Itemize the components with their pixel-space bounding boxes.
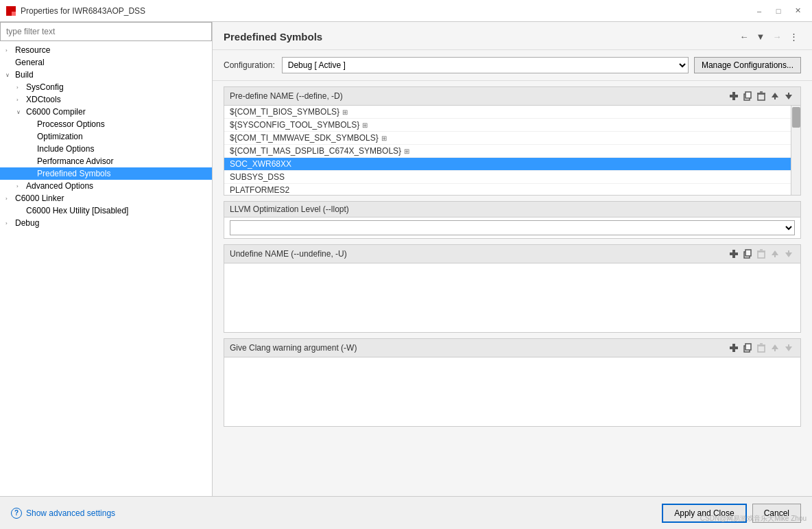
left-panel: › Resource General ∨ Build › SysConfig ›… — [0, 22, 213, 496]
undefine-content — [224, 263, 800, 332]
dropdown-button[interactable]: ▼ — [753, 29, 768, 44]
window-controls: – □ ✕ — [750, 3, 807, 19]
panel-toolbar: ← ▼ → ⋮ — [737, 29, 801, 44]
tree-item-c6000compiler[interactable]: ∨ C6000 Compiler — [0, 106, 212, 118]
tree-item-performanceadvisor[interactable]: Performance Advisor — [0, 155, 212, 167]
predefine-copy-btn[interactable] — [741, 90, 754, 102]
tree-item-advancedoptions[interactable]: › Advanced Options — [0, 180, 212, 192]
clang-section-title: Give Clang warning argument (-W) — [230, 343, 357, 353]
panel-header: Predefined Symbols ← ▼ → ⋮ — [213, 22, 812, 50]
llvm-section: LLVM Optimization Level (--llopt) — [224, 201, 801, 239]
svg-rect-23 — [732, 344, 735, 352]
svg-rect-26 — [758, 346, 765, 352]
main-content: › Resource General ∨ Build › SysConfig ›… — [0, 22, 812, 496]
symbol-item[interactable]: ${COM_TI_MMWAVE_SDK_SYMBOLS}⊞ — [224, 132, 791, 145]
svg-marker-9 — [785, 95, 792, 99]
symbol-item[interactable]: SOC_XWR68XX — [224, 158, 791, 171]
svg-rect-14 — [745, 250, 751, 256]
clang-section-header: Give Clang warning argument (-W) — [224, 339, 800, 357]
title-bar: Properties for IWR6843AOP_DSS – □ ✕ — [0, 0, 812, 22]
predefine-content: ${COM_TI_BIOS_SYMBOLS}⊞${SYSCONFIG_TOOL_… — [224, 106, 800, 195]
llvm-select[interactable] — [230, 220, 795, 235]
predefine-section-header: Pre-define NAME (--define, -D) — [224, 87, 800, 106]
undefine-add-btn[interactable] — [728, 248, 740, 260]
tree-item-debug[interactable]: › Debug — [0, 217, 212, 229]
symbol-item[interactable]: ${COM_TI_MAS_DSPLIB_C674X_SYMBOLS}⊞ — [224, 145, 791, 158]
symbol-item[interactable]: ${COM_TI_BIOS_SYMBOLS}⊞ — [224, 106, 791, 119]
svg-rect-19 — [774, 255, 776, 257]
show-advanced-label: Show advanced settings — [26, 508, 115, 518]
back-button[interactable]: ← — [737, 29, 752, 44]
tree-item-c6000linker[interactable]: › C6000 Linker — [0, 192, 212, 204]
svg-rect-1 — [732, 92, 735, 100]
clang-copy-btn[interactable] — [741, 342, 754, 354]
tree-item-optimization[interactable]: Optimization — [0, 130, 212, 143]
symbol-item[interactable]: PLATFORMES2 — [224, 184, 791, 195]
show-advanced-link[interactable]: ? Show advanced settings — [11, 508, 115, 519]
svg-marker-20 — [785, 252, 792, 257]
filter-input[interactable] — [0, 22, 212, 41]
predefine-down-btn[interactable] — [783, 90, 795, 102]
sections-container: Pre-define NAME (--define, -D) — [213, 81, 812, 496]
predefine-delete-btn[interactable] — [755, 90, 767, 102]
tree-item-general[interactable]: General — [0, 56, 212, 69]
tree-container: › Resource General ∨ Build › SysConfig ›… — [0, 41, 212, 496]
undefine-section-header: Undefine NAME (--undefine, -U) — [224, 245, 800, 263]
predefine-add-btn[interactable] — [728, 90, 740, 102]
undefine-down-btn[interactable] — [783, 248, 795, 260]
tree-item-xdctools[interactable]: › XDCtools — [0, 93, 212, 106]
svg-rect-10 — [788, 93, 789, 95]
llvm-title: LLVM Optimization Level (--llopt) — [230, 204, 349, 214]
clang-up-btn[interactable] — [769, 342, 781, 354]
undefine-section: Undefine NAME (--undefine, -U) — [224, 244, 801, 333]
clang-content — [224, 357, 800, 426]
minimize-button[interactable]: – — [750, 3, 768, 19]
predefine-toolbar — [728, 90, 795, 102]
maximize-button[interactable]: □ — [769, 3, 787, 19]
cancel-button[interactable]: Cancel — [752, 504, 801, 523]
tree-item-processoroptions[interactable]: Processor Options — [0, 118, 212, 130]
clang-toolbar — [728, 342, 795, 354]
tree-item-sysconfig[interactable]: › SysConfig — [0, 81, 212, 93]
svg-marker-18 — [772, 250, 778, 255]
predefine-section: Pre-define NAME (--define, -D) — [224, 86, 801, 196]
tree-item-build[interactable]: ∨ Build — [0, 69, 212, 81]
right-panel: Predefined Symbols ← ▼ → ⋮ Configuration… — [213, 22, 812, 496]
app-icon — [5, 5, 16, 16]
undefine-up-btn[interactable] — [769, 248, 781, 260]
symbol-item[interactable]: ${SYSCONFIG_TOOL_SYMBOLS}⊞ — [224, 119, 791, 132]
forward-button[interactable]: → — [769, 29, 785, 44]
menu-button[interactable]: ⋮ — [786, 29, 801, 44]
svg-rect-25 — [745, 344, 751, 350]
undefine-delete-btn[interactable] — [755, 248, 767, 260]
predefine-up-btn[interactable] — [769, 90, 781, 102]
clang-down-btn[interactable] — [783, 342, 795, 354]
undefine-toolbar — [728, 248, 795, 260]
manage-configurations-button[interactable]: Manage Configurations... — [694, 57, 801, 73]
tree-item-predefinedsymbols[interactable]: Predefined Symbols — [0, 167, 212, 180]
symbols-list: ${COM_TI_BIOS_SYMBOLS}⊞${SYSCONFIG_TOOL_… — [224, 106, 791, 195]
svg-marker-29 — [772, 344, 778, 349]
svg-rect-4 — [758, 94, 765, 100]
svg-marker-7 — [772, 93, 778, 97]
clang-add-btn[interactable] — [728, 342, 740, 354]
tree-item-resource[interactable]: › Resource — [0, 44, 212, 56]
predefine-scrollbar[interactable] — [791, 106, 800, 195]
svg-rect-21 — [788, 250, 789, 252]
config-label: Configuration: — [224, 60, 275, 70]
undefine-copy-btn[interactable] — [741, 248, 754, 260]
help-icon: ? — [11, 508, 22, 519]
apply-close-button[interactable]: Apply and Close — [662, 504, 746, 523]
configuration-select[interactable]: Debug [ Active ] — [282, 57, 689, 73]
tree-item-includeoptions[interactable]: Include Options — [0, 143, 212, 155]
llvm-header: LLVM Optimization Level (--llopt) — [224, 202, 800, 218]
bottom-buttons: Apply and Close Cancel — [662, 504, 801, 523]
predefine-section-title: Pre-define NAME (--define, -D) — [230, 91, 343, 101]
panel-title: Predefined Symbols — [224, 31, 322, 43]
symbol-item[interactable]: SUBSYS_DSS — [224, 171, 791, 184]
close-button[interactable]: ✕ — [789, 3, 807, 19]
configuration-row: Configuration: Debug [ Active ] Manage C… — [213, 50, 812, 81]
clang-delete-btn[interactable] — [755, 342, 767, 354]
undefine-section-title: Undefine NAME (--undefine, -U) — [230, 249, 347, 259]
tree-item-c6000hexutility[interactable]: C6000 Hex Utility [Disabled] — [0, 204, 212, 217]
